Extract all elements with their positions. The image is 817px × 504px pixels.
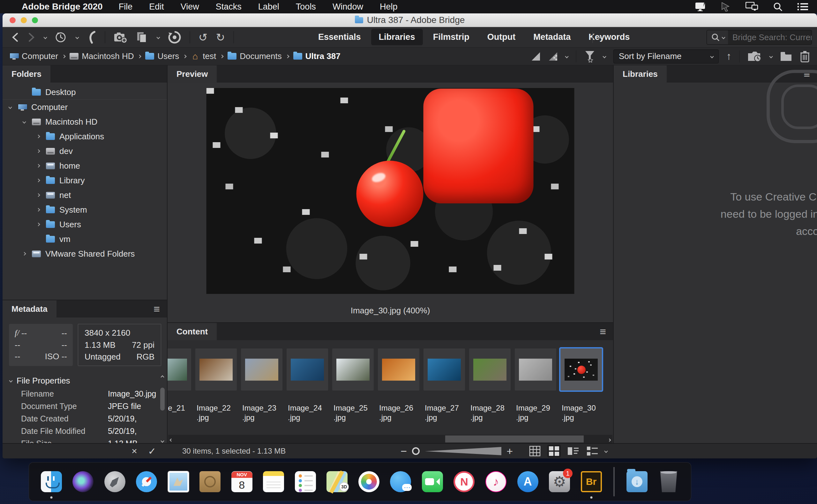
dock-icon-reminders[interactable] bbox=[293, 464, 318, 499]
property-value[interactable]: Image_30.jpg bbox=[108, 389, 156, 398]
tab-preview[interactable]: Preview bbox=[167, 65, 217, 83]
tree-chevron-icon[interactable] bbox=[36, 208, 40, 211]
tree-chevron-icon[interactable] bbox=[22, 120, 26, 123]
tab-libraries[interactable]: Libraries bbox=[614, 65, 667, 83]
boomerang-return-icon[interactable] bbox=[87, 31, 96, 44]
folder-row-vmware-shared-folders[interactable]: VMware Shared Folders bbox=[3, 246, 167, 261]
camera-raw-refresh-icon[interactable] bbox=[168, 31, 181, 44]
dock-icon-system-preferences[interactable]: ⚙ 1 bbox=[547, 464, 572, 499]
tree-chevron-icon[interactable] bbox=[36, 135, 40, 138]
new-folder-icon[interactable] bbox=[780, 51, 792, 62]
dock-icon-trash[interactable] bbox=[656, 464, 681, 499]
spotlight-search-icon[interactable] bbox=[773, 2, 783, 11]
list-view-icon[interactable] bbox=[585, 445, 599, 457]
thumbnail-image-24[interactable]: Image_24 .jpg bbox=[287, 348, 328, 435]
thumbnail-image-29[interactable]: Image_29 .jpg bbox=[515, 348, 556, 435]
thumbnail-image-28[interactable]: Image_28 .jpg bbox=[469, 348, 511, 435]
dual-display-icon[interactable] bbox=[746, 2, 758, 11]
thumbnail-image-26[interactable]: Image_26 .jpg bbox=[378, 348, 419, 435]
window-title-bar[interactable]: Ultra 387 - Adobe Bridge bbox=[3, 13, 817, 27]
forward-icon[interactable] bbox=[27, 32, 36, 43]
dock-icon-contacts[interactable] bbox=[197, 464, 223, 499]
import-chevron-down-icon[interactable] bbox=[769, 55, 773, 58]
batch-rename-icon[interactable] bbox=[136, 31, 149, 44]
back-icon[interactable] bbox=[11, 32, 19, 43]
zoom-out-icon[interactable]: − bbox=[401, 445, 407, 457]
delete-item-icon[interactable] bbox=[800, 50, 810, 62]
thumbnail-quality-icon[interactable] bbox=[531, 52, 541, 61]
folder-row-net[interactable]: net bbox=[3, 188, 167, 202]
dock-icon-photos[interactable] bbox=[356, 464, 382, 499]
menu-item-tools[interactable]: Tools bbox=[296, 2, 316, 12]
dock-icon-mail[interactable] bbox=[165, 464, 191, 499]
menu-item-edit[interactable]: Edit bbox=[149, 2, 164, 12]
workspace-tab-filmstrip[interactable]: Filmstrip bbox=[425, 29, 477, 45]
menu-item-view[interactable]: View bbox=[180, 2, 199, 12]
tab-content[interactable]: Content bbox=[167, 323, 217, 340]
sort-dropdown[interactable]: Sort by Filename bbox=[614, 49, 719, 63]
dock-icon-safari[interactable] bbox=[134, 464, 159, 499]
property-value[interactable]: 5/20/19, bbox=[108, 427, 136, 436]
content-horizontal-scrollbar[interactable] bbox=[168, 435, 612, 443]
dock-icon-facetime[interactable] bbox=[420, 464, 445, 499]
property-value[interactable]: 1.13 MB bbox=[108, 439, 137, 443]
breadcrumb-users[interactable]: Users bbox=[145, 51, 186, 61]
dock-icon-news[interactable]: N bbox=[451, 464, 477, 499]
breadcrumb-ultra-387[interactable]: Ultra 387 bbox=[293, 51, 341, 61]
metadata-cancel-icon[interactable]: × bbox=[131, 446, 137, 457]
metadata-scrollbar[interactable] bbox=[158, 374, 166, 443]
photo-downloader-icon[interactable] bbox=[114, 31, 128, 43]
menu-item-label[interactable]: Label bbox=[258, 2, 279, 12]
slider-knob[interactable] bbox=[412, 447, 420, 455]
folder-row-computer[interactable]: Computer bbox=[3, 100, 167, 114]
tree-chevron-icon[interactable] bbox=[36, 223, 40, 226]
view-options-chevron-icon[interactable] bbox=[604, 449, 607, 453]
recents-clock-icon[interactable] bbox=[55, 31, 68, 44]
thumbnail-image-23[interactable]: Image_23 .jpg bbox=[241, 348, 283, 435]
tree-chevron-icon[interactable] bbox=[22, 252, 26, 255]
close-window-button[interactable] bbox=[10, 17, 16, 23]
folder-row-dev[interactable]: dev bbox=[3, 144, 167, 158]
workspace-tab-libraries[interactable]: Libraries bbox=[371, 29, 423, 45]
details-view-icon[interactable] bbox=[566, 445, 580, 457]
rotate-right-icon[interactable]: ↻ bbox=[216, 32, 225, 43]
breadcrumb-documents[interactable]: Documents bbox=[228, 51, 289, 61]
breadcrumb-test[interactable]: test bbox=[190, 51, 223, 61]
folder-row-applications[interactable]: Applications bbox=[3, 129, 167, 144]
folder-row-library[interactable]: Library bbox=[3, 173, 167, 188]
scroll-down-icon[interactable] bbox=[161, 437, 164, 443]
zoom-window-button[interactable] bbox=[32, 17, 38, 23]
tab-folders[interactable]: Folders bbox=[3, 65, 50, 83]
rotate-left-icon[interactable]: ↺ bbox=[198, 32, 208, 43]
dock-icon-divider[interactable] bbox=[610, 464, 618, 499]
folder-row-system[interactable]: System bbox=[3, 202, 167, 217]
dock-icon-adobe-bridge[interactable]: Br bbox=[578, 464, 604, 499]
menu-list-icon[interactable] bbox=[797, 3, 808, 11]
menu-item-window[interactable]: Window bbox=[333, 2, 363, 12]
scrollbar-thumb[interactable] bbox=[445, 435, 584, 442]
tree-chevron-icon[interactable] bbox=[8, 105, 12, 109]
scroll-right-icon[interactable] bbox=[608, 435, 610, 443]
dock-icon-calendar[interactable]: NOV 8 bbox=[229, 464, 255, 499]
folder-row-desktop[interactable]: Desktop bbox=[3, 85, 167, 100]
search-scope-chevron-icon[interactable] bbox=[722, 35, 725, 39]
slider-track[interactable] bbox=[425, 447, 501, 455]
zoom-in-icon[interactable]: + bbox=[506, 445, 513, 457]
workspace-tab-essentials[interactable]: Essentials bbox=[311, 29, 369, 45]
dock-icon-siri[interactable] bbox=[70, 464, 96, 499]
panel-menu-icon[interactable]: ≡ bbox=[153, 300, 160, 318]
recents-chevron-down-icon[interactable] bbox=[75, 35, 79, 39]
folder-row-vm[interactable]: vm bbox=[3, 232, 167, 246]
nav-chevron-down-icon[interactable] bbox=[43, 35, 47, 39]
thumbnail-image-25[interactable]: Image_25 .jpg bbox=[332, 348, 374, 435]
grid-view-icon[interactable] bbox=[528, 445, 541, 457]
tree-chevron-icon[interactable] bbox=[36, 149, 40, 153]
thumbnail-image-27[interactable]: Image_27 .jpg bbox=[423, 348, 465, 435]
dock-icon-finder[interactable] bbox=[39, 464, 64, 499]
folder-row-users[interactable]: Users bbox=[3, 217, 167, 232]
thumbnail-image-22[interactable]: Image_22 .jpg bbox=[195, 348, 237, 435]
property-value[interactable]: 5/20/19, bbox=[108, 414, 136, 423]
scrollbar-thumb[interactable] bbox=[160, 388, 165, 411]
file-properties-header[interactable]: File Properties bbox=[3, 374, 167, 388]
dock-icon-notes[interactable] bbox=[261, 464, 286, 499]
